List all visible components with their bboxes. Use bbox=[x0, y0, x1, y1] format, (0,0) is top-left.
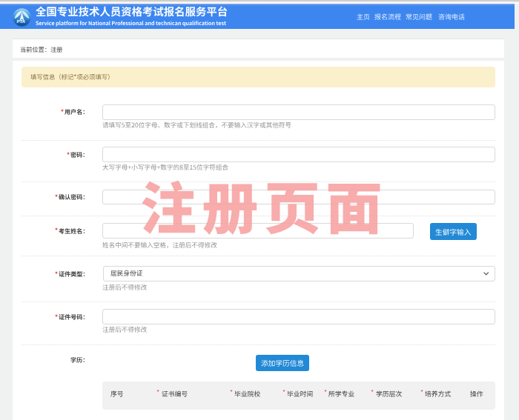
svg-text:PTA: PTA bbox=[17, 19, 26, 24]
